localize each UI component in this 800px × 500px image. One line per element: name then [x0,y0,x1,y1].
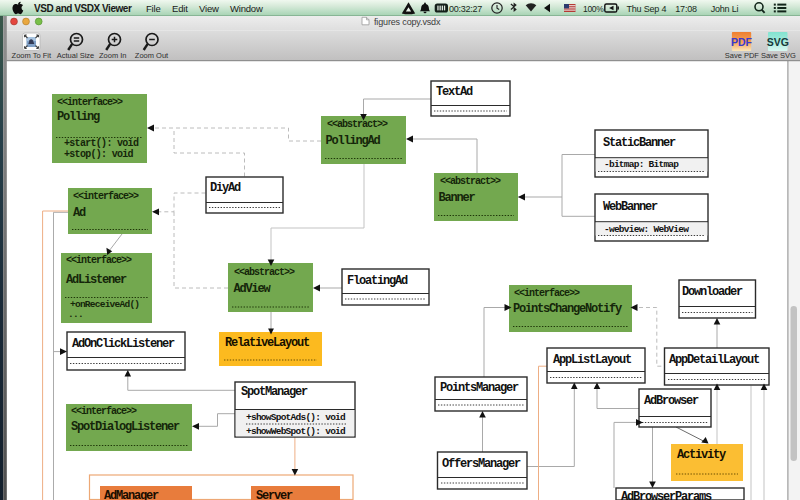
svg-text:AppListLayout: AppListLayout [553,353,632,367]
svg-text:<<interface>>: <<interface>> [71,406,137,417]
svg-text:View: View [199,3,219,14]
svg-text:Thu Sep 4: Thu Sep 4 [627,4,667,14]
svg-text:File: File [146,3,161,14]
svg-text:WebBanner: WebBanner [603,200,658,214]
svg-text:Window: Window [230,3,263,14]
svg-text:TextAd: TextAd [436,85,473,99]
svg-text:AdManager: AdManager [104,489,159,500]
svg-text:00:32:27: 00:32:27 [449,4,482,14]
svg-text:<<abstract>>: <<abstract>> [234,267,295,278]
svg-text:SpotDialogListener: SpotDialogListener [71,420,180,434]
svg-text:17:08: 17:08 [675,4,697,14]
svg-text:<<interface>>: <<interface>> [514,288,580,299]
svg-text:<<abstract>>: <<abstract>> [327,119,388,130]
svg-text:PointsManager: PointsManager [440,381,519,395]
svg-text:Zoom Out: Zoom Out [135,51,169,60]
svg-text:PointsChangeNotify: PointsChangeNotify [513,302,622,316]
svg-text:Zoom In: Zoom In [99,51,127,60]
svg-text:Server: Server [256,489,293,500]
svg-text:+showWebSpot(): void: +showWebSpot(): void [246,426,346,437]
svg-text:VSD and VSDX Viewer: VSD and VSDX Viewer [34,3,132,14]
svg-text:<<abstract>>: <<abstract>> [440,176,501,187]
svg-text:Banner: Banner [439,191,476,205]
svg-text:Polling: Polling [57,110,100,124]
svg-text:Actual Size: Actual Size [57,51,95,60]
svg-text:-bitmap: Bitmap: -bitmap: Bitmap [604,159,679,170]
svg-text:RelativeLayout: RelativeLayout [225,336,310,350]
svg-text:AppDetailLayout: AppDetailLayout [669,353,760,367]
svg-text:Ad: Ad [73,206,86,220]
svg-text:AdView: AdView [234,282,272,296]
svg-text:<<interface>>: <<interface>> [73,191,139,202]
svg-text:Edit: Edit [172,3,188,14]
svg-text:+start(): void: +start(): void [64,138,139,149]
svg-text:Save SVG: Save SVG [761,51,796,60]
svg-text:AdOnClickListener: AdOnClickListener [72,337,175,351]
svg-text:figures copy.vsdx: figures copy.vsdx [374,17,441,27]
svg-text:+stop(): void: +stop(): void [64,149,134,160]
svg-text:Activity: Activity [677,448,726,462]
svg-text:SVG: SVG [767,36,789,48]
svg-text:<<interface>>: <<interface>> [66,255,132,266]
svg-text:100%: 100% [583,4,604,14]
svg-text:StaticBanner: StaticBanner [603,136,676,150]
svg-text:PDF: PDF [731,36,753,48]
svg-text:AdBrowserParams: AdBrowserParams [621,490,712,500]
svg-text:OffersManager: OffersManager [442,457,521,471]
svg-text:FloatingAd: FloatingAd [347,274,408,288]
svg-text:Save PDF: Save PDF [725,51,760,60]
svg-text:-webview: WebView: -webview: WebView [604,224,689,235]
svg-text:AdListener: AdListener [66,273,127,287]
svg-text:+showSpotAds(): void: +showSpotAds(): void [246,412,346,423]
svg-text:Zoom To Fit: Zoom To Fit [12,51,52,60]
svg-text:AdBrowser: AdBrowser [644,394,699,408]
svg-text:DiyAd: DiyAd [210,181,241,195]
svg-text:Downloader: Downloader [682,285,743,299]
svg-text:SpotManager: SpotManager [241,385,308,399]
svg-text:John Li: John Li [711,4,739,14]
svg-text:...: ... [68,309,83,320]
svg-text:PollingAd: PollingAd [326,134,381,148]
svg-text:<<interface>>: <<interface>> [57,97,123,108]
